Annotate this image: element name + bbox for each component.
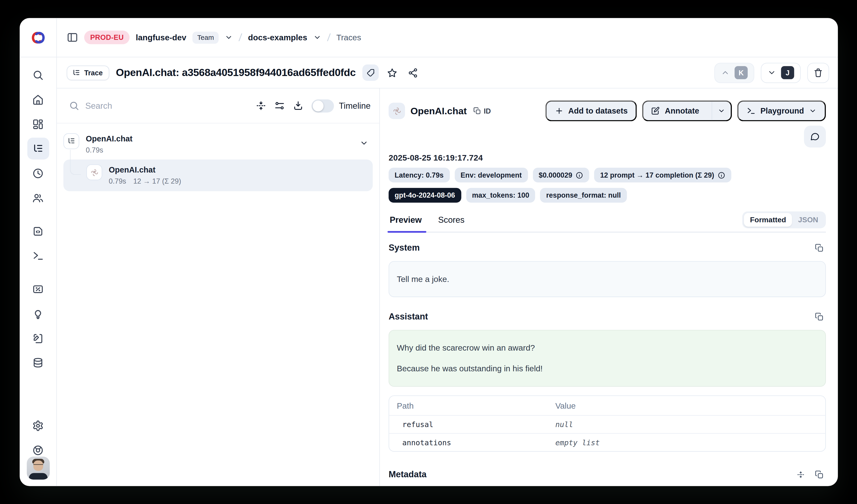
fold-vertical-icon[interactable] — [251, 97, 270, 115]
tracing-icon[interactable] — [27, 138, 49, 160]
star-icon — [387, 68, 398, 78]
observation-title: OpenAI.chat — [410, 105, 467, 117]
trace-title: OpenAI.chat: a3568a4051958f944016ad65ffe… — [116, 67, 356, 79]
assistant-message-box: Why did the scarecrow win an award? Beca… — [389, 330, 826, 387]
environment-badge[interactable]: PROD-EU — [84, 31, 130, 44]
tab-scores[interactable]: Scores — [437, 213, 466, 232]
metadata-section-header: Metadata — [389, 468, 826, 481]
annotate-dropdown-chevron[interactable] — [712, 102, 731, 120]
openai-observation-icon — [389, 103, 405, 119]
tag-button[interactable] — [362, 65, 379, 81]
tree-child-row-selected[interactable]: OpenAI.chat 0.79s 12 → 17 (Σ 29) — [63, 159, 373, 191]
copy-metadata-button[interactable] — [813, 468, 826, 481]
max-tokens-badge: max_tokens: 100 — [466, 188, 535, 203]
sessions-clock-icon[interactable] — [27, 162, 49, 184]
badge-row-2: gpt-4o-2024-08-06 max_tokens: 100 respon… — [389, 188, 826, 203]
child-node-name: OpenAI.chat — [109, 164, 181, 175]
plus-icon — [555, 106, 564, 115]
sidebar-toggle-icon[interactable] — [67, 32, 78, 43]
detail-tabs: Preview Scores Formatted JSON — [389, 211, 826, 233]
table-row: refusal null — [389, 415, 825, 433]
share-button[interactable] — [406, 66, 420, 80]
format-formatted[interactable]: Formatted — [744, 213, 792, 227]
generation-node-icon — [86, 164, 102, 180]
settings-gear-icon[interactable] — [27, 415, 49, 436]
response-format-badge: response_format: null — [540, 188, 627, 203]
dashboard-icon[interactable] — [27, 113, 49, 135]
observation-tree: OpenAI.chat 0.79s — [57, 123, 380, 191]
search-input[interactable] — [85, 101, 251, 110]
tree-root-row[interactable]: OpenAI.chat 0.79s — [63, 132, 373, 154]
chevron-up-icon — [721, 68, 730, 77]
prompts-icon[interactable] — [27, 220, 49, 242]
system-section-header: System — [389, 241, 826, 255]
annotate-pencil-icon — [651, 106, 660, 115]
environment-badge: Env: development — [455, 168, 528, 183]
tag-icon — [366, 68, 375, 77]
logo-cell — [20, 18, 57, 57]
playground-terminal-icon[interactable] — [27, 245, 49, 266]
prev-trace-button[interactable]: K — [714, 63, 754, 83]
annotate-button[interactable]: Annotate — [642, 101, 732, 121]
breadcrumb-org[interactable]: langfuse-dev — [136, 33, 186, 42]
collapse-chevron-down-icon[interactable] — [359, 139, 368, 147]
search-icon[interactable] — [27, 64, 49, 86]
latency-badge: Latency: 0.79s — [389, 168, 450, 183]
tab-preview[interactable]: Preview — [389, 213, 423, 232]
home-icon[interactable] — [27, 88, 49, 110]
assistant-message-line: Because he was outstanding in his field! — [397, 363, 818, 375]
lightbulb-icon[interactable] — [27, 303, 49, 325]
breadcrumb-project[interactable]: docs-examples — [248, 33, 307, 42]
observation-tree-panel: Timeline OpenAI.chat 0.79s — [57, 88, 380, 486]
row-path: annotations — [397, 438, 555, 447]
user-avatar[interactable] — [27, 456, 50, 480]
view-options-sliders-icon[interactable] — [270, 97, 289, 115]
model-badge[interactable]: gpt-4o-2024-08-06 — [389, 188, 461, 203]
playground-button[interactable]: Playground — [737, 101, 826, 121]
output-details-table: Path Value refusal null annotations empt… — [389, 396, 826, 452]
terminal-icon — [747, 106, 756, 115]
users-icon[interactable] — [27, 187, 49, 209]
row-value: empty list — [555, 438, 600, 447]
timeline-toggle[interactable] — [312, 99, 334, 112]
copy-icon — [815, 244, 824, 253]
trash-icon — [813, 68, 823, 77]
metadata-label: Metadata — [389, 470, 426, 480]
column-path: Path — [397, 401, 555, 410]
tree-icon — [72, 69, 81, 77]
next-trace-button[interactable]: J — [761, 63, 801, 83]
assistant-section-header: Assistant — [389, 310, 826, 324]
system-message-text: Tell me a joke. — [397, 274, 449, 283]
star-button[interactable] — [385, 66, 400, 80]
copy-icon — [815, 470, 824, 479]
breadcrumb-separator: / — [327, 31, 331, 43]
add-to-datasets-button[interactable]: Add to datasets — [545, 101, 637, 121]
format-json[interactable]: JSON — [792, 213, 824, 227]
token-usage-badge[interactable]: 12 prompt → 17 completion (Σ 29) — [594, 168, 731, 183]
tree-search-row: Timeline — [57, 88, 380, 123]
cost-badge[interactable]: $0.000029 — [533, 168, 589, 183]
copy-icon — [473, 107, 481, 115]
trace-type-chip: Trace — [67, 65, 109, 80]
table-header-row: Path Value — [389, 396, 825, 415]
org-role-badge: Team — [192, 31, 219, 43]
org-chevron-down-icon[interactable] — [225, 33, 233, 42]
copy-assistant-button[interactable] — [813, 310, 826, 324]
delete-trace-button[interactable] — [807, 63, 829, 83]
download-icon[interactable] — [289, 97, 307, 115]
breadcrumb-section[interactable]: Traces — [336, 33, 361, 42]
sidebar-rail — [20, 57, 57, 486]
annotation-clipboard-icon[interactable] — [27, 327, 49, 349]
copy-system-button[interactable] — [813, 241, 826, 255]
comment-bubble-icon — [810, 132, 820, 141]
expand-metadata-button[interactable] — [794, 468, 807, 481]
top-bar: PROD-EU langfuse-dev Team / docs-example… — [20, 18, 838, 57]
shortcut-key-j: J — [781, 66, 794, 79]
evaluation-percent-icon[interactable] — [27, 278, 49, 300]
langfuse-logo-icon — [30, 31, 46, 44]
breadcrumb-separator: / — [239, 31, 243, 43]
datasets-database-icon[interactable] — [27, 352, 49, 373]
comments-button[interactable] — [804, 125, 826, 147]
project-chevron-down-icon[interactable] — [313, 33, 322, 42]
copy-id-button[interactable]: ID — [473, 107, 491, 115]
